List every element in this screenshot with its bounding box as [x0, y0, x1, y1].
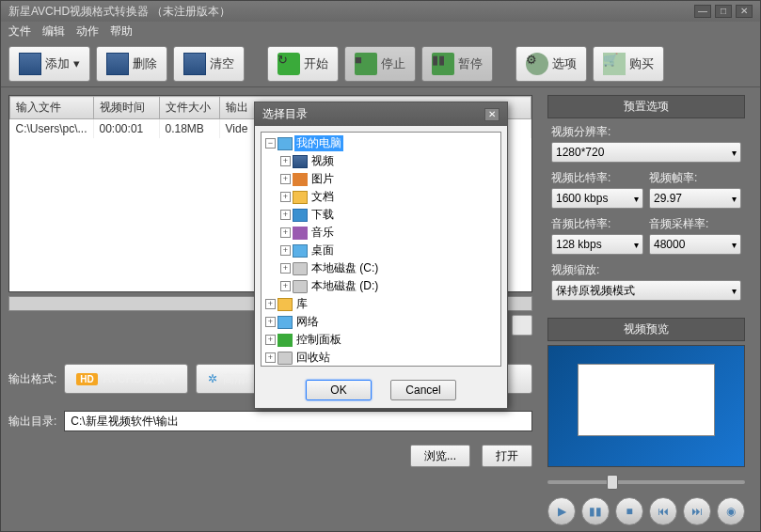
- preview-header: 视频预览: [547, 318, 745, 341]
- tree-root[interactable]: − 我的电脑: [263, 134, 499, 152]
- expand-icon[interactable]: +: [280, 227, 291, 238]
- dialog-close-button[interactable]: ✕: [484, 108, 499, 121]
- menu-file[interactable]: 文件: [8, 23, 31, 39]
- col-input[interactable]: 输入文件: [10, 97, 94, 119]
- tree-item[interactable]: +文档: [263, 188, 499, 206]
- browse-button[interactable]: 浏览...: [410, 445, 470, 467]
- down-icon: [293, 209, 308, 222]
- close-button[interactable]: ✕: [736, 5, 753, 18]
- framerate-label: 视频帧率:: [649, 170, 741, 186]
- film-delete-icon: [106, 53, 129, 75]
- directory-tree[interactable]: − 我的电脑 +视频+图片+文档+下载+音乐+桌面+本地磁盘 (C:)+本地磁盘…: [261, 132, 501, 367]
- tree-item[interactable]: +音乐: [263, 224, 499, 242]
- expand-icon[interactable]: +: [265, 335, 276, 345]
- menu-edit[interactable]: 编辑: [42, 23, 65, 39]
- expand-icon[interactable]: +: [280, 192, 291, 202]
- expand-icon[interactable]: +: [280, 210, 291, 220]
- film-add-icon: [19, 53, 41, 75]
- pic-icon: [293, 173, 308, 186]
- gear-icon: ⚙: [526, 53, 548, 75]
- tree-item[interactable]: +桌面: [263, 242, 499, 259]
- stop-button[interactable]: ■停止: [344, 46, 416, 82]
- play-button[interactable]: ▶: [547, 497, 576, 525]
- right-panel: 预置选项 视频分辨率: 1280*720 视频比特率: 1600 kbps 视频…: [540, 87, 753, 529]
- tree-item[interactable]: +网络: [263, 313, 499, 331]
- menu-help[interactable]: 帮助: [110, 23, 133, 39]
- film-icon: [293, 155, 308, 168]
- computer-icon: [277, 137, 293, 150]
- disk-icon: [293, 280, 308, 293]
- tree-item[interactable]: +控制面板: [263, 331, 499, 349]
- clear-button[interactable]: 清空: [173, 46, 245, 82]
- expand-icon[interactable]: +: [280, 156, 291, 166]
- buy-button[interactable]: 🛒购买: [593, 46, 664, 82]
- stop-play-button[interactable]: ■: [615, 497, 643, 525]
- desktop-icon: [293, 244, 308, 258]
- expand-icon[interactable]: +: [280, 174, 291, 184]
- window-title: 新星AVCHD视频格式转换器 （未注册版本）: [8, 4, 230, 20]
- select-directory-dialog: 选择目录 ✕ − 我的电脑 +视频+图片+文档+下载+音乐+桌面+本地磁盘 (C…: [254, 102, 508, 409]
- tree-item[interactable]: +库: [263, 295, 499, 313]
- seek-slider[interactable]: [547, 475, 745, 490]
- col-size[interactable]: 文件大小: [159, 97, 219, 119]
- minimize-button[interactable]: —: [694, 5, 711, 18]
- vbitrate-label: 视频比特率:: [551, 170, 643, 186]
- samplerate-select[interactable]: 48000: [649, 234, 741, 255]
- menubar: 文件 编辑 动作 帮助: [1, 22, 760, 40]
- dialog-title: 选择目录: [262, 106, 308, 122]
- output-format-label: 输出格式:: [8, 371, 56, 387]
- tree-item[interactable]: +图片: [263, 170, 499, 188]
- bin-icon: [277, 352, 293, 365]
- tree-item[interactable]: +回收站: [263, 349, 499, 367]
- expand-icon[interactable]: +: [280, 263, 291, 274]
- zoom-select[interactable]: 保持原视频模式: [551, 280, 741, 301]
- tree-item[interactable]: +本地磁盘 (D:): [263, 277, 499, 295]
- gear-blue-icon: ✲: [208, 372, 217, 385]
- music-icon: [293, 227, 308, 240]
- cpl-icon: [277, 334, 293, 347]
- info-icon-button[interactable]: [512, 315, 532, 336]
- toolbar: 添加 ▾ 删除 清空 ↻开始 ■停止 ▮▮暂停 ⚙选项 🛒购买: [1, 40, 760, 87]
- resolution-select[interactable]: 1280*720: [551, 142, 741, 163]
- hd-badge-icon: HD: [76, 373, 97, 385]
- start-button[interactable]: ↻开始: [267, 46, 339, 82]
- snapshot-button[interactable]: ◉: [717, 497, 745, 525]
- start-icon: ↻: [277, 53, 300, 75]
- folder-icon: [277, 298, 293, 311]
- abitrate-select[interactable]: 128 kbps: [551, 234, 643, 255]
- video-preview: [547, 345, 745, 467]
- open-button[interactable]: 打开: [482, 445, 532, 467]
- expand-icon[interactable]: +: [265, 317, 276, 327]
- net-icon: [277, 316, 293, 329]
- maximize-button[interactable]: □: [715, 5, 732, 18]
- output-dir-label: 输出目录:: [8, 414, 56, 430]
- output-dir-input[interactable]: [64, 411, 532, 431]
- resolution-label: 视频分辨率:: [551, 124, 741, 140]
- cancel-button[interactable]: Cancel: [390, 380, 456, 400]
- stop-icon: ■: [355, 53, 377, 75]
- options-button[interactable]: ⚙选项: [515, 46, 587, 82]
- pause-button[interactable]: ▮▮暂停: [421, 46, 493, 82]
- cart-icon: 🛒: [603, 53, 626, 75]
- menu-action[interactable]: 动作: [76, 23, 99, 39]
- delete-button[interactable]: 删除: [96, 46, 167, 82]
- pause-icon: ▮▮: [432, 53, 454, 75]
- expand-icon[interactable]: +: [265, 352, 276, 363]
- expand-icon[interactable]: +: [280, 245, 291, 256]
- expand-icon[interactable]: +: [280, 281, 291, 291]
- col-duration[interactable]: 视频时间: [93, 97, 159, 119]
- tree-item[interactable]: +本地磁盘 (C:): [263, 259, 499, 277]
- tree-item[interactable]: +视频: [263, 152, 499, 170]
- framerate-select[interactable]: 29.97: [649, 188, 741, 209]
- vbitrate-select[interactable]: 1600 kbps: [551, 188, 643, 209]
- next-button[interactable]: ⏭: [683, 497, 711, 525]
- collapse-icon[interactable]: −: [265, 138, 276, 149]
- output-format-category[interactable]: HDAVCHD视频 ▾: [64, 364, 188, 394]
- doc-icon: [293, 191, 308, 204]
- prev-button[interactable]: ⏮: [649, 497, 677, 525]
- tree-item[interactable]: +下载: [263, 206, 499, 224]
- expand-icon[interactable]: +: [265, 299, 276, 309]
- pause-play-button[interactable]: ▮▮: [581, 497, 610, 525]
- add-button[interactable]: 添加 ▾: [8, 46, 90, 82]
- ok-button[interactable]: OK: [306, 380, 372, 400]
